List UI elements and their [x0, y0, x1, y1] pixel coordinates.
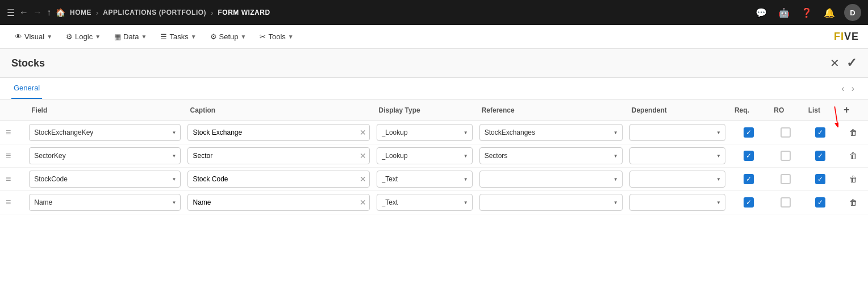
back-icon[interactable]: ← — [19, 7, 28, 18]
dependent-select[interactable] — [629, 147, 725, 164]
delete-button[interactable]: 🗑 — [847, 173, 859, 185]
bell-icon[interactable]: 🔔 — [821, 5, 837, 20]
caption-cell: ✕ — [184, 168, 373, 191]
ro-checkbox[interactable] — [781, 174, 791, 184]
drag-icon[interactable]: ≡ — [3, 151, 13, 160]
ro-cell — [768, 121, 802, 144]
menu-icon[interactable]: ☰ — [7, 7, 15, 18]
tasks-icon: ☰ — [160, 32, 167, 41]
display-type-select[interactable]: _Lookup — [377, 124, 473, 141]
reference-select[interactable] — [479, 171, 623, 188]
tab-general[interactable]: General — [11, 78, 42, 99]
caption-cell: ✕ — [184, 144, 373, 168]
help-icon[interactable]: ❓ — [799, 5, 815, 20]
visual-caret: ▼ — [47, 34, 52, 40]
delete-button[interactable]: 🗑 — [847, 197, 859, 208]
data-icon: ▦ — [114, 32, 121, 41]
tools-icon: ✂ — [260, 32, 266, 41]
drag-handle[interactable]: ≡ — [0, 168, 26, 191]
table-row: ≡StockExchangeKey✕_LookupStockExchanges🗑 — [0, 121, 868, 144]
tab-next-icon[interactable]: › — [849, 82, 857, 95]
delete-button[interactable]: 🗑 — [847, 127, 859, 138]
data-label: Data — [123, 32, 139, 41]
field-select[interactable]: StockExchangeKey — [29, 124, 181, 141]
action-cell: 🗑 — [838, 168, 868, 191]
tasks-caret: ▼ — [191, 34, 197, 40]
th-add[interactable]: + — [838, 99, 868, 121]
tab-prev-icon[interactable]: ‹ — [839, 82, 846, 95]
tasks-label: Tasks — [169, 32, 188, 41]
nav-tools[interactable]: ✂ Tools ▼ — [254, 30, 299, 43]
nav-portfolio-label[interactable]: APPLICATIONS (PORTFOLIO) — [103, 9, 206, 16]
caption-input[interactable] — [187, 124, 369, 141]
field-cell: SectorKey — [26, 144, 184, 168]
caption-clear-icon[interactable]: ✕ — [360, 128, 366, 137]
close-button[interactable]: ✕ — [830, 56, 840, 70]
reference-cell — [476, 191, 626, 214]
chat-icon[interactable]: 💬 — [753, 5, 769, 20]
forward-icon[interactable]: → — [33, 7, 42, 18]
delete-button[interactable]: 🗑 — [847, 150, 859, 161]
drag-handle[interactable]: ≡ — [0, 191, 26, 214]
list-checkbox[interactable] — [815, 174, 825, 184]
req-checkbox[interactable] — [744, 174, 754, 184]
dependent-select[interactable] — [629, 194, 725, 211]
home-icon[interactable]: 🏠 — [56, 8, 65, 17]
list-checkbox[interactable] — [815, 127, 825, 138]
tools-caret: ▼ — [288, 34, 294, 40]
dependent-select[interactable] — [629, 171, 725, 188]
ro-checkbox[interactable] — [781, 151, 791, 161]
req-checkbox[interactable] — [744, 197, 754, 208]
tabs-nav: ‹ › — [839, 82, 857, 95]
field-select[interactable]: StockCode — [29, 171, 181, 188]
list-checkbox[interactable] — [815, 151, 825, 161]
nav-data[interactable]: ▦ Data ▼ — [108, 30, 152, 43]
nav-home-label[interactable]: HOME — [70, 9, 91, 16]
nav-tasks[interactable]: ☰ Tasks ▼ — [155, 30, 202, 43]
reference-select[interactable]: StockExchanges — [479, 124, 623, 141]
save-button[interactable]: ✓ — [846, 56, 857, 70]
drag-icon[interactable]: ≡ — [3, 127, 13, 137]
th-ro: RO — [768, 99, 802, 121]
setup-icon: ⚙ — [210, 32, 217, 41]
nav-setup[interactable]: ⚙ Setup ▼ — [205, 30, 252, 43]
avatar[interactable]: D — [844, 4, 861, 21]
caption-clear-icon[interactable]: ✕ — [360, 175, 366, 184]
display-type-select[interactable]: _Text — [377, 171, 473, 188]
drag-handle[interactable]: ≡ — [0, 121, 26, 144]
ro-checkbox[interactable] — [781, 197, 791, 208]
nav-formwizard-label[interactable]: FORM WIZARD — [218, 9, 270, 16]
caption-clear-icon[interactable]: ✕ — [360, 151, 366, 160]
caption-input[interactable] — [187, 171, 369, 188]
drag-icon[interactable]: ≡ — [3, 174, 13, 184]
req-checkbox[interactable] — [744, 151, 754, 161]
ro-cell — [768, 168, 802, 191]
dependent-select[interactable] — [629, 124, 725, 141]
up-icon[interactable]: ↑ — [47, 7, 51, 18]
top-bar-right: 💬 🤖 ❓ 🔔 D — [753, 4, 861, 21]
display-type-select[interactable]: _Lookup — [377, 147, 473, 164]
reference-select[interactable] — [479, 194, 623, 211]
robot-icon[interactable]: 🤖 — [776, 5, 792, 20]
caption-input[interactable] — [187, 194, 369, 211]
reference-cell — [476, 168, 626, 191]
nav-visual[interactable]: 👁 Visual ▼ — [9, 30, 58, 43]
field-select[interactable]: Name — [29, 194, 181, 211]
ro-checkbox[interactable] — [781, 127, 791, 138]
caption-input[interactable] — [187, 147, 369, 164]
list-checkbox[interactable] — [815, 197, 825, 208]
reference-cell: Sectors — [476, 144, 626, 168]
drag-handle[interactable]: ≡ — [0, 144, 26, 168]
list-cell — [803, 144, 838, 168]
req-checkbox[interactable] — [744, 127, 754, 138]
field-select[interactable]: SectorKey — [29, 147, 181, 164]
drag-icon[interactable]: ≡ — [3, 197, 13, 207]
field-cell: StockExchangeKey — [26, 121, 184, 144]
req-cell — [729, 168, 768, 191]
nav-logic[interactable]: ⚙ Logic ▼ — [60, 30, 106, 43]
display-type-select[interactable]: _Text — [377, 194, 473, 211]
th-field: Field — [26, 99, 184, 121]
reference-select[interactable]: Sectors — [479, 147, 623, 164]
caption-clear-icon[interactable]: ✕ — [360, 198, 366, 207]
reference-cell: StockExchanges — [476, 121, 626, 144]
